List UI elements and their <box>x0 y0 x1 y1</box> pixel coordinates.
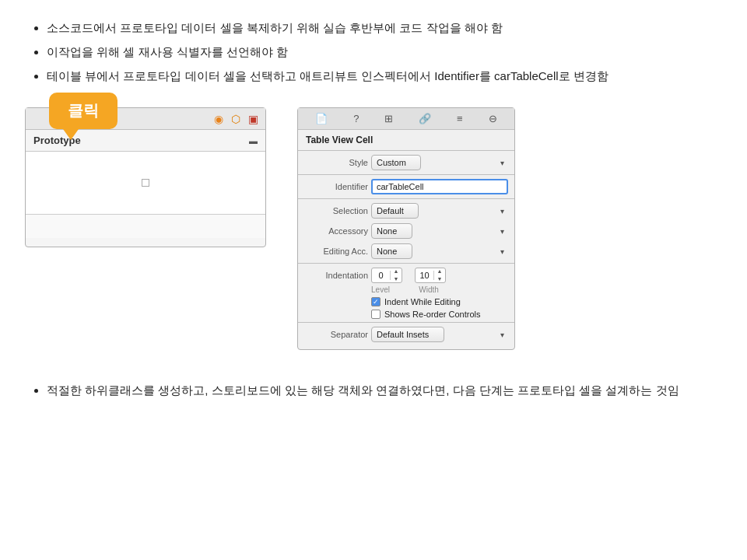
toolbar-circle-icon: ◉ <box>212 113 225 125</box>
inspector-icon-grid[interactable]: ⊞ <box>381 112 396 125</box>
level-spinbox: 0 ▲ ▼ <box>371 268 402 283</box>
separator-select[interactable]: Default Insets <box>371 327 444 342</box>
width-down-button[interactable]: ▼ <box>434 275 445 283</box>
inspector-icon-minus[interactable]: ⊖ <box>486 112 500 125</box>
indent-while-editing-checkbox[interactable]: ✓ <box>371 297 381 306</box>
indent-while-editing-row: ✓ Indent While Editing <box>298 296 514 308</box>
divider-2 <box>298 174 514 175</box>
selection-select-wrapper: Default <box>371 203 508 219</box>
bullet-item-1: 소스코드에서 프로토타입 데이터 셀을 복제하기 위해 실습 후반부에 코드 작… <box>47 19 722 38</box>
divider-1 <box>298 150 514 151</box>
width-label: Width <box>413 285 444 294</box>
storyboard-body: Prototype ▬ <box>26 130 265 238</box>
inspector-section-title: Table View Cell <box>298 130 514 149</box>
width-up-button[interactable]: ▲ <box>434 268 445 275</box>
bottom-bullet-item-1: 적절한 하위클래스를 생성하고, 스토리보드에 있는 해당 객체와 연결하였다면… <box>47 381 722 401</box>
level-value: 0 <box>372 271 391 280</box>
separator-control: Default Insets <box>371 327 508 342</box>
indentation-label: Indentation <box>304 271 368 280</box>
inspector-identifier-row: Identifier <box>298 177 514 197</box>
accessory-label: Accessory <box>304 226 368 236</box>
identifier-label: Identifier <box>304 182 368 191</box>
spacer-label <box>399 285 410 294</box>
inspector-style-row: Style Custom <box>298 152 514 173</box>
width-spinbox: 10 ▲ ▼ <box>415 268 446 283</box>
separator-label: Separator <box>304 330 368 339</box>
divider-4 <box>298 263 514 264</box>
toolbar-cube-icon: ⬡ <box>230 113 242 125</box>
inspector-toolbar: 📄 ? ⊞ 🔗 ≡ ⊖ <box>298 108 514 130</box>
accessory-select-wrapper: None <box>371 223 508 239</box>
inspector-editing-acc-row: Editing Acc. None <box>298 241 514 261</box>
bottom-bullet-list: 적절한 하위클래스를 생성하고, 스토리보드에 있는 해당 객체와 연결하였다면… <box>25 381 722 401</box>
shows-reorder-checkbox[interactable]: ✓ <box>371 310 381 319</box>
inspector-icon-link[interactable]: 🔗 <box>416 112 434 125</box>
inspector-separator-row: Separator Default Insets <box>298 324 514 345</box>
selection-select[interactable]: Default <box>371 203 419 219</box>
accessory-control: None <box>371 223 508 239</box>
callout-label: 클릭 <box>68 102 99 119</box>
selection-label: Selection <box>304 206 368 215</box>
inspector-indentation-row: Indentation 0 ▲ ▼ 10 ▲ ▼ <box>298 265 514 285</box>
divider-3 <box>298 198 514 199</box>
inspector-panel: 📄 ? ⊞ 🔗 ≡ ⊖ Table View Cell Style Custom <box>297 107 515 350</box>
selection-control: Default <box>371 203 508 219</box>
style-control: Custom <box>371 155 508 170</box>
level-up-button[interactable]: ▲ <box>391 268 402 275</box>
editing-acc-label: Editing Acc. <box>304 247 368 256</box>
callout-bubble: 클릭 <box>49 93 117 129</box>
inspector-icon-doc[interactable]: 📄 <box>312 112 331 125</box>
bullet-item-2: 이작업을 위해 셀 재사용 식별자를 선언해야 함 <box>47 43 722 62</box>
prototype-cell-area <box>26 152 265 214</box>
shows-reorder-label: Shows Re-order Controls <box>384 310 481 319</box>
top-bullet-list: 소스코드에서 프로토타입 데이터 셀을 복제하기 위해 실습 후반부에 코드 작… <box>25 19 722 86</box>
accessory-select[interactable]: None <box>371 223 412 239</box>
inspector-selection-row: Selection Default <box>298 201 514 221</box>
toolbar-square-icon: ▣ <box>247 113 259 125</box>
style-label: Style <box>304 158 368 167</box>
editing-acc-select-wrapper: None <box>371 243 508 259</box>
inspector-bottom-padding <box>298 345 514 349</box>
level-down-button[interactable]: ▼ <box>391 275 402 283</box>
inspector-icon-help[interactable]: ? <box>350 112 362 125</box>
identifier-control <box>371 179 508 194</box>
cell-empty-area <box>26 215 265 238</box>
identifier-input[interactable] <box>371 179 508 194</box>
width-arrows: ▲ ▼ <box>434 268 445 283</box>
inspector-icon-list[interactable]: ≡ <box>454 112 466 125</box>
editing-acc-select[interactable]: None <box>371 243 412 259</box>
prototype-label-row: Prototype ▬ <box>26 130 265 152</box>
main-content-area: 클릭 ◉ ⬡ ▣ Prototype ▬ 📄 ? ⊞ <box>25 107 722 350</box>
level-arrows: ▲ ▼ <box>391 268 402 283</box>
callout-container: 클릭 <box>49 93 117 129</box>
level-width-labels: Level Width <box>298 285 514 296</box>
inspector-accessory-row: Accessory None <box>298 221 514 241</box>
indent-while-editing-label: Indent While Editing <box>384 297 461 306</box>
style-select[interactable]: Custom <box>371 155 421 170</box>
storyboard-panel: 클릭 ◉ ⬡ ▣ Prototype ▬ <box>25 107 266 247</box>
cell-rect <box>142 179 149 187</box>
prototype-battery-icon: ▬ <box>249 136 258 145</box>
bullet-item-3: 테이블 뷰에서 프로토타입 데이터 셀을 선택하고 애트리뷰트 인스펙터에서 I… <box>47 67 722 86</box>
shows-reorder-row: ✓ Shows Re-order Controls <box>298 308 514 320</box>
width-value: 10 <box>416 271 434 280</box>
editing-acc-control: None <box>371 243 508 259</box>
style-select-wrapper: Custom <box>371 155 508 170</box>
level-label: Level <box>365 285 396 294</box>
divider-5 <box>298 322 514 323</box>
separator-select-wrapper: Default Insets <box>371 327 508 342</box>
